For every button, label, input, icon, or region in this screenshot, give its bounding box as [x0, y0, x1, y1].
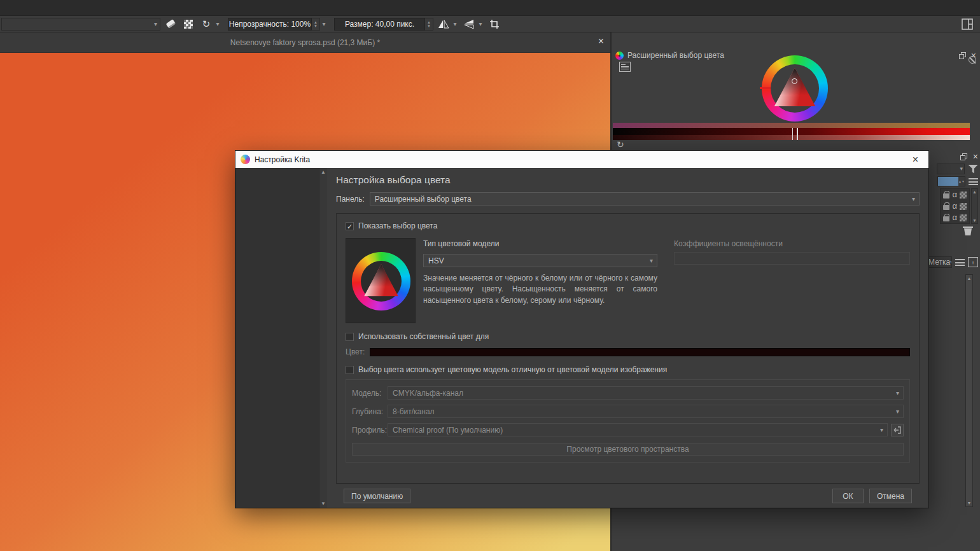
alpha-lock-icon[interactable]: α [952, 191, 957, 199]
inherit-alpha-icon[interactable] [960, 214, 967, 221]
krita-window: ▾ ↻ ▾ Непрозрачность: 100% ▲▼ ▾ Размер: … [0, 0, 980, 551]
lock-icon[interactable] [943, 205, 949, 210]
mirror-horizontal-chevron[interactable]: ▾ [477, 20, 484, 27]
alpha-lock-icon[interactable]: α [952, 202, 957, 210]
colorspace-browser-button: Просмотр цветового пространства [352, 443, 904, 456]
document-close-icon[interactable]: × [598, 36, 604, 46]
strip-marker-icon [792, 128, 794, 140]
mirror-vertical-button[interactable] [436, 17, 451, 31]
selector-settings-icon[interactable] [619, 62, 631, 72]
layer-opacity-slider[interactable]: ▲▼ [937, 176, 965, 186]
model-dropdown: CMYK/альфа-канал ▾ [388, 386, 904, 400]
mirror-horizontal-icon [463, 19, 475, 29]
brush-scrollbar[interactable]: ▲▼ [965, 274, 973, 507]
eraser-mode-button[interactable] [163, 17, 178, 31]
sidebar-scrollbar[interactable]: ▲▼ [319, 168, 327, 508]
crop-icon [489, 19, 500, 29]
different-model-checkbox[interactable]: Выбор цвета использует цветовую модель о… [346, 365, 910, 374]
depth-value: 8-бит/канал [393, 407, 435, 416]
opacity-spinner[interactable]: ▲▼ [312, 18, 320, 31]
preview-hue-ring [352, 252, 410, 310]
cancel-button[interactable]: Отмена [869, 489, 912, 503]
reload-preset-button[interactable]: ↻ [199, 17, 214, 31]
document-tab[interactable]: Netsenovye faktory sprosa.psd (21,3 МиБ)… [0, 32, 610, 53]
depth-dropdown: 8-бит/канал ▾ [388, 405, 904, 418]
refresh-shades-icon[interactable]: ↻ [617, 139, 624, 150]
no-color-icon[interactable] [969, 56, 976, 64]
show-color-selector-checkbox[interactable]: ✓ Показать выбор цвета [346, 221, 910, 230]
model-type-value: HSV [428, 256, 444, 265]
layers-docker-sliver: × ▾ ▲▼ α α α ▲▼ [929, 153, 980, 236]
dialog-close-icon[interactable]: × [907, 154, 923, 165]
dialog-title-bar[interactable]: Настройка Krita × [235, 151, 928, 168]
document-tab-title: Netsenovye faktory sprosa.psd (21,3 МиБ)… [230, 38, 380, 47]
preserve-alpha-button[interactable] [181, 17, 196, 31]
layers-scrollbar[interactable]: ▲▼ [971, 188, 978, 224]
selector-preview[interactable] [346, 238, 416, 323]
profile-value: Chemical proof (По умолчанию) [393, 426, 503, 435]
model-type-dropdown[interactable]: HSV ▾ [423, 254, 657, 267]
layers-menu-icon[interactable] [969, 178, 978, 185]
tag-filter-dropdown[interactable]: Метка▾ [927, 256, 952, 268]
colorspace-group: Модель: CMYK/альфа-канал ▾ Глубина: 8-би… [346, 379, 910, 463]
docker-icon [615, 52, 624, 60]
size-slider[interactable]: Размер: 40,00 пикс. [334, 18, 425, 31]
lock-icon[interactable] [943, 193, 949, 199]
reload-options-chevron[interactable]: ▾ [214, 20, 221, 27]
shade-selector-strips[interactable] [613, 123, 970, 140]
model-description: Значение меняется от чёрного к белому ил… [423, 273, 657, 306]
dialog-title: Настройка Krita [255, 155, 310, 164]
size-slider-label: Размер: 40,00 пикс. [335, 18, 424, 30]
checkbox-label: Использовать собственный цвет для [358, 332, 489, 341]
inherit-alpha-icon[interactable] [960, 192, 967, 199]
hue-ring[interactable] [762, 55, 828, 122]
shade-strip-tint[interactable] [613, 135, 970, 140]
blending-mode-dropdown[interactable]: ▾ [937, 164, 965, 174]
checkbox-label: Показать выбор цвета [358, 221, 437, 230]
float-docker-icon[interactable] [959, 52, 966, 59]
inherit-alpha-icon[interactable] [960, 203, 967, 210]
size-spinner[interactable]: ▲▼ [425, 18, 433, 31]
mirror-vertical-chevron[interactable]: ▾ [451, 20, 459, 27]
custom-color-checkbox[interactable]: Использовать собственный цвет для [346, 332, 910, 341]
presets-menu-icon[interactable] [955, 259, 965, 266]
layer-row[interactable]: α [941, 189, 969, 200]
alpha-lock-icon[interactable]: α [952, 214, 957, 221]
opacity-options-chevron[interactable]: ▾ [320, 20, 328, 27]
opacity-slider[interactable]: Непрозрачность: 100% [228, 18, 312, 31]
trim-button[interactable] [487, 17, 502, 31]
workspace-chooser-button[interactable] [960, 17, 975, 31]
gradient-preset-dropdown[interactable]: ▾ [1, 18, 160, 31]
profile-dropdown: Chemical proof (По умолчанию) ▾ [388, 423, 888, 436]
defaults-button[interactable]: По умолчанию [344, 489, 410, 503]
hue-marker-icon [760, 87, 771, 89]
chevron-down-icon: ▾ [650, 257, 653, 264]
import-profile-button[interactable] [891, 424, 904, 436]
luma-coefficients-group [674, 252, 910, 265]
custom-color-bar [370, 348, 910, 356]
workspace-icon [962, 18, 973, 30]
chevron-down-icon: ▾ [912, 195, 915, 202]
checkbox-checked-icon: ✓ [346, 222, 354, 230]
panel-dropdown[interactable]: Расширенный выбор цвета ▾ [370, 192, 920, 206]
checkbox-unchecked-icon [346, 333, 354, 341]
delete-layer-icon[interactable] [963, 226, 973, 236]
settings-sidebar [235, 168, 319, 508]
mirror-horizontal-button[interactable] [461, 17, 477, 31]
krita-logo-icon [241, 155, 250, 164]
close-docker-icon[interactable]: × [973, 153, 978, 160]
shade-strip-value[interactable] [613, 128, 970, 135]
previous-color-swatch[interactable] [968, 76, 977, 85]
preset-view-icon[interactable]: ⁝ [968, 257, 978, 267]
menu-bar [0, 0, 980, 16]
layer-row[interactable]: α [941, 212, 969, 223]
last-color-swatch[interactable] [968, 66, 977, 75]
opacity-slider-label: Непрозрачность: 100% [228, 18, 311, 30]
layer-row[interactable]: α [941, 200, 969, 212]
lock-icon[interactable] [943, 216, 949, 221]
shade-strip-hue[interactable] [613, 123, 970, 128]
float-docker-icon[interactable] [960, 153, 967, 160]
ok-button[interactable]: ОК [832, 489, 864, 503]
filter-icon[interactable] [968, 165, 978, 174]
tag-filter-label: Метка [928, 258, 950, 267]
